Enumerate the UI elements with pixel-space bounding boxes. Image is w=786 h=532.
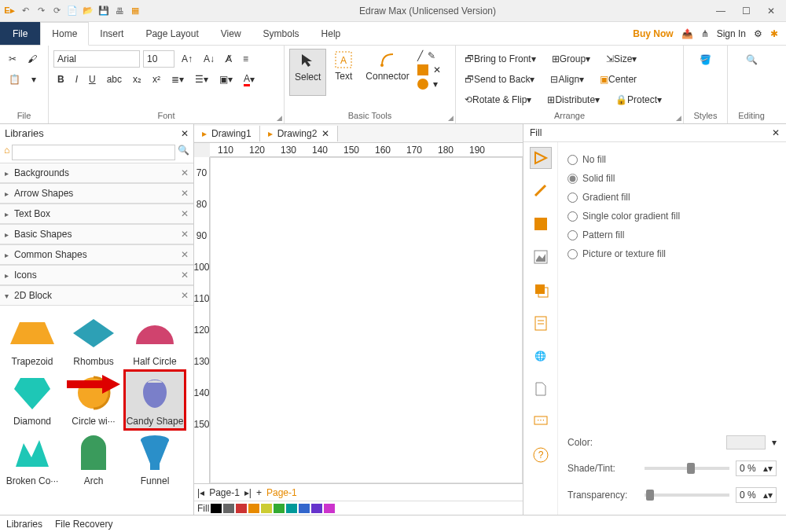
doc-tab-drawing2[interactable]: ▸Drawing2✕	[260, 126, 339, 141]
comment-tab-icon[interactable]: ···	[530, 411, 552, 433]
layer-tab-icon[interactable]	[530, 279, 552, 301]
shade-value[interactable]: 0 %▴▾	[736, 460, 777, 476]
search-icon[interactable]: 🔍	[178, 145, 189, 160]
new-icon[interactable]: 📄	[66, 5, 79, 17]
maximize-button[interactable]: ☐	[739, 6, 753, 17]
transparency-value[interactable]: 0 %▴▾	[736, 487, 777, 503]
underline-icon[interactable]: U	[85, 72, 100, 87]
bullets-icon[interactable]: ≣▾	[167, 72, 188, 87]
fill-option[interactable]: Single color gradient fill	[567, 207, 777, 226]
circle-shape-icon[interactable]	[417, 79, 428, 90]
fill-option[interactable]: No fill	[567, 150, 777, 169]
color-swatch[interactable]	[223, 504, 234, 513]
line-tab-icon[interactable]	[530, 180, 552, 202]
library-category[interactable]: ▸Common Shapes✕	[0, 244, 193, 265]
italic-icon[interactable]: I	[72, 72, 82, 87]
print-icon[interactable]: 🖶	[113, 5, 126, 17]
center-button[interactable]: ▣ Center	[596, 72, 641, 87]
tab-page-layout[interactable]: Page Layout	[134, 22, 209, 45]
line-shape-icon[interactable]: ╱	[417, 50, 423, 61]
fill-panel-close-icon[interactable]: ✕	[772, 127, 780, 138]
highlight-icon[interactable]: ▣▾	[215, 72, 237, 87]
superscript-icon[interactable]: x²	[149, 72, 164, 87]
color-swatch[interactable]	[211, 504, 222, 513]
export-icon[interactable]: 📤	[681, 28, 693, 39]
color-swatch[interactable]	[261, 504, 272, 513]
share-icon[interactable]: ⋔	[701, 28, 709, 39]
color-swatch[interactable]	[299, 504, 310, 513]
minimize-button[interactable]: —	[714, 6, 728, 17]
tab-symbols[interactable]: Symbols	[252, 22, 310, 45]
category-close-icon[interactable]: ✕	[181, 229, 189, 240]
font-color-icon[interactable]: A▾	[240, 71, 259, 89]
shape-trapezoid[interactable]: Trapezoid	[2, 310, 63, 370]
line-spacing-icon[interactable]: ☰▾	[191, 72, 212, 87]
fill-option[interactable]: Picture or texture fill	[567, 244, 777, 263]
save-icon[interactable]: 💾	[97, 5, 110, 17]
shape-circle-with[interactable]: Circle wi···	[63, 370, 124, 430]
fill-tab-icon[interactable]	[530, 147, 552, 169]
refresh-icon[interactable]: ⟳	[50, 5, 63, 17]
library-category[interactable]: ▾2D Block✕	[0, 285, 193, 306]
color-dropdown-icon[interactable]: ▾	[772, 437, 777, 448]
shape-funnel[interactable]: Funnel	[124, 430, 185, 490]
connector-tool[interactable]: Connector	[361, 49, 413, 96]
page-tab-icon[interactable]	[530, 378, 552, 400]
open-icon[interactable]: 📂	[82, 5, 94, 17]
library-home-icon[interactable]: ⌂	[4, 145, 9, 160]
fill-option[interactable]: Solid fill	[567, 169, 777, 188]
protect-button[interactable]: 🔒 Protect ▾	[612, 92, 666, 108]
shade-slider[interactable]	[645, 467, 729, 470]
styles-button[interactable]: 🪣	[689, 49, 722, 72]
size-button[interactable]: ⇲ Size ▾	[602, 51, 641, 67]
add-page-icon[interactable]: +	[256, 487, 262, 498]
fill-option[interactable]: Gradient fill	[567, 188, 777, 207]
group-button[interactable]: ⊞ Group ▾	[548, 51, 594, 67]
options-icon[interactable]: ▦	[129, 5, 141, 17]
color-swatch[interactable]	[274, 504, 285, 513]
close-shape-icon[interactable]: ✕	[433, 64, 441, 75]
bottom-tab-libraries[interactable]: Libraries	[6, 519, 42, 530]
category-close-icon[interactable]: ✕	[181, 290, 189, 301]
decrease-font-icon[interactable]: A↓	[200, 51, 219, 67]
category-close-icon[interactable]: ✕	[181, 270, 189, 281]
clipboard-tab-icon[interactable]	[530, 312, 552, 334]
shape-arch[interactable]: Arch	[63, 430, 124, 490]
category-close-icon[interactable]: ✕	[181, 249, 189, 260]
library-category[interactable]: ▸Text Box✕	[0, 204, 193, 224]
subscript-icon[interactable]: x₂	[129, 72, 145, 87]
tab-close-icon[interactable]: ✕	[321, 128, 329, 139]
transparency-slider[interactable]	[645, 493, 729, 497]
distribute-button[interactable]: ⊞ Distribute ▾	[543, 92, 604, 108]
page-tab[interactable]: Page-1	[209, 487, 240, 498]
shape-diamond[interactable]: Diamond	[2, 370, 63, 430]
basic-tools-dialog-launcher[interactable]: ◢	[448, 114, 454, 122]
select-tool[interactable]: Select	[289, 49, 326, 96]
align-button[interactable]: ⊟ Align ▾	[546, 72, 588, 87]
align-left-icon[interactable]: ≡	[239, 51, 252, 67]
tab-home[interactable]: Home	[40, 22, 89, 46]
sign-in-link[interactable]: Sign In	[717, 28, 746, 39]
close-button[interactable]: ✕	[764, 6, 778, 17]
bottom-tab-file-recovery[interactable]: File Recovery	[55, 519, 112, 530]
shadow-tab-icon[interactable]	[530, 213, 552, 235]
gear-icon[interactable]: ⚙	[754, 28, 762, 39]
send-to-back-button[interactable]: 🗗 Send to Back ▾	[461, 72, 538, 87]
category-close-icon[interactable]: ✕	[181, 208, 189, 219]
color-picker[interactable]	[726, 435, 766, 449]
font-dialog-launcher[interactable]: ◢	[277, 114, 282, 122]
rotate-flip-button[interactable]: ⟲ Rotate & Flip ▾	[461, 92, 535, 108]
library-category[interactable]: ▸Arrow Shapes✕	[0, 183, 193, 204]
paste-icon[interactable]: ▾	[28, 72, 40, 87]
libraries-close-icon[interactable]: ✕	[181, 128, 189, 139]
page-nav-first-icon[interactable]: |◂	[197, 487, 204, 498]
clear-format-icon[interactable]: A̸	[222, 51, 236, 67]
color-swatch[interactable]	[324, 504, 335, 513]
editing-button[interactable]: 🔍	[733, 49, 770, 72]
fill-option[interactable]: Pattern fill	[567, 226, 777, 244]
pencil-icon[interactable]: ✎	[428, 50, 435, 61]
color-swatch[interactable]	[248, 504, 259, 513]
square-shape-icon[interactable]	[417, 64, 428, 75]
category-close-icon[interactable]: ✕	[181, 167, 189, 178]
buy-now-link[interactable]: Buy Now	[633, 28, 673, 39]
